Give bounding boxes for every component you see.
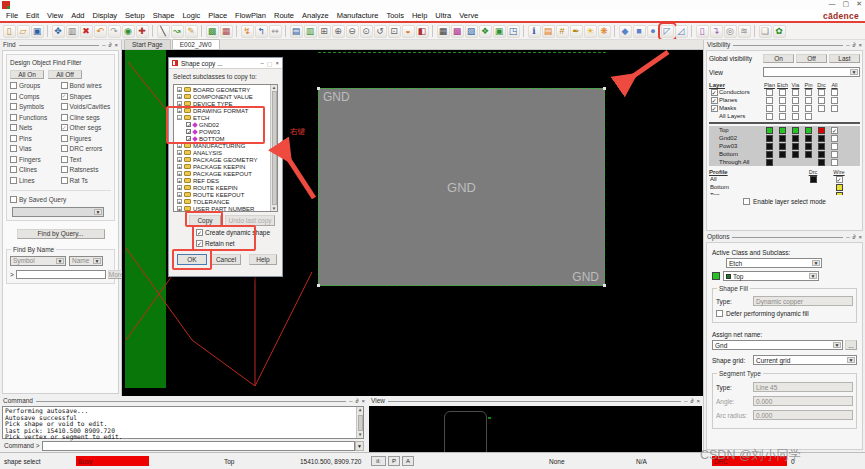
copy-icon[interactable]: ▥ [66, 25, 79, 38]
edit-vertex-icon[interactable]: ✎ [185, 25, 198, 38]
saved-query-dropdown[interactable]: ▼ [12, 207, 104, 217]
menu-item[interactable]: Place [204, 11, 231, 20]
world-view-icon[interactable]: ◳ [507, 25, 520, 38]
checkbox-icon[interactable] [10, 156, 17, 163]
visibility-last-button[interactable]: Last [829, 54, 860, 63]
active-subclass-dropdown[interactable]: Top▼ [723, 271, 819, 281]
panel-close-icon[interactable]: × [858, 42, 862, 48]
flowline-icon[interactable]: ↯ [241, 25, 254, 38]
find-name-input[interactable] [16, 270, 106, 279]
filter-checkbox-item[interactable]: Groups [10, 82, 61, 89]
separator[interactable] [201, 25, 202, 37]
menu-item[interactable]: Display [89, 11, 122, 20]
command-history-dropdown[interactable]: ▼ [355, 441, 364, 451]
checkbox-icon[interactable] [10, 114, 17, 121]
separator[interactable] [236, 25, 237, 37]
visibility-layer-row[interactable]: Top [709, 126, 860, 134]
profile-row[interactable]: Top [709, 191, 860, 195]
new-file-icon[interactable]: ▯ [3, 25, 16, 38]
checkbox-icon[interactable] [10, 103, 17, 110]
menu-item[interactable]: Shape [149, 11, 179, 20]
menu-item[interactable]: Setup [121, 11, 149, 20]
checkbox-icon[interactable] [61, 135, 68, 142]
gloss-param-icon[interactable]: ✿ [773, 25, 786, 38]
pick-button[interactable]: P [388, 456, 400, 466]
checkbox-icon[interactable] [61, 145, 68, 152]
shape-circle-icon[interactable]: ● [647, 25, 660, 38]
checkbox-icon[interactable] [10, 135, 17, 142]
dehighlight-icon[interactable]: ❋ [598, 25, 611, 38]
visibility-layer-row[interactable]: Pow03 [709, 142, 860, 150]
tab-board-file[interactable]: E002_JW0 [172, 39, 220, 49]
etch-edit-icon[interactable]: ↴ [710, 25, 723, 38]
show-element-icon[interactable]: ℹ [528, 25, 541, 38]
panel-minimize-icon[interactable]: – [102, 42, 105, 48]
shape-manual-icon[interactable]: ◿ [675, 25, 688, 38]
separator[interactable] [691, 25, 692, 37]
menu-item[interactable]: Add [67, 11, 88, 20]
move-icon[interactable]: ✥ [52, 25, 65, 38]
menu-item[interactable]: Manufacture [333, 11, 383, 20]
checkbox-icon[interactable] [10, 82, 17, 89]
net-browse-button[interactable]: ... [845, 340, 857, 350]
panel-minimize-icon[interactable]: – [846, 42, 849, 48]
checkbox-icon[interactable] [10, 124, 17, 131]
tab-start-page[interactable]: Start Page [124, 39, 171, 49]
filter-checkbox-item[interactable]: Nets [10, 124, 61, 131]
filter-checkbox-item[interactable]: Cline segs [61, 114, 112, 121]
spin-icon[interactable]: ◒ [402, 25, 415, 38]
shape-rectangle-icon[interactable]: ■ [633, 25, 646, 38]
shape-polygon-icon[interactable]: ◆ [619, 25, 632, 38]
tune-icon[interactable]: ↭ [269, 25, 282, 38]
menu-item[interactable]: File [2, 11, 22, 20]
panel-float-icon[interactable]: ∂ [853, 42, 856, 48]
separator[interactable] [523, 25, 524, 37]
find-mode-dropdown[interactable]: Name▼ [69, 256, 103, 266]
redo-icon[interactable]: ↷ [108, 25, 121, 38]
color-priority-icon[interactable]: ▩ [451, 25, 464, 38]
panel-float-icon[interactable]: ∂ [691, 398, 694, 404]
separator[interactable] [152, 25, 153, 37]
panel-float-icon[interactable]: ∂ [853, 234, 856, 240]
filter-checkbox-item[interactable]: DRC errors [61, 145, 112, 152]
pad-edit-icon[interactable]: ◎ [724, 25, 737, 38]
view-3d-icon[interactable]: ◧ [416, 25, 429, 38]
visibility-on-button[interactable]: On [763, 54, 794, 63]
zoom-out-icon[interactable]: ⊖ [346, 25, 359, 38]
separator[interactable] [614, 25, 615, 37]
row-checkbox-icon[interactable] [711, 97, 718, 104]
menu-item[interactable]: Logic [178, 11, 204, 20]
visibility-off-button[interactable]: Off [796, 54, 827, 63]
window-maximize-button[interactable]: ▢ [843, 0, 850, 8]
status-icon[interactable]: ▣ [493, 25, 506, 38]
checkbox-icon[interactable] [61, 166, 68, 173]
command-input[interactable] [42, 441, 355, 451]
constraint-icon[interactable]: ❖ [479, 25, 492, 38]
panel-close-icon[interactable]: × [361, 398, 365, 404]
shape-grid-dropdown[interactable]: Current grid▼ [753, 355, 857, 365]
zoom-world-icon[interactable]: ⊞ [318, 25, 331, 38]
layer-copy-icon[interactable]: ❏ [759, 25, 772, 38]
delete-icon[interactable]: ✖ [80, 25, 93, 38]
filter-checkbox-item[interactable]: Fingers [10, 156, 61, 163]
zoom-fit-icon[interactable]: ⊡ [388, 25, 401, 38]
window-minimize-button[interactable]: — [829, 0, 836, 8]
menu-item[interactable]: Analyze [298, 11, 333, 20]
checkbox-icon[interactable] [61, 82, 68, 89]
separator[interactable] [285, 25, 286, 37]
checkbox-icon[interactable] [61, 93, 68, 100]
filter-checkbox-item[interactable]: Text [61, 156, 112, 163]
checkbox-icon[interactable] [61, 114, 68, 121]
filter-checkbox-item[interactable]: Figures [61, 135, 112, 142]
zoom-selection-icon[interactable]: ⊙ [360, 25, 373, 38]
menu-item[interactable]: Ultra [431, 11, 455, 20]
menu-item[interactable]: Verve [455, 11, 482, 20]
command-log[interactable]: ▲▼ Performing autosave...Autosave succes… [2, 406, 364, 439]
checkbox-icon[interactable] [10, 93, 17, 100]
all-on-button[interactable]: All On [10, 70, 44, 79]
save-icon[interactable]: ▣ [31, 25, 44, 38]
panel-minimize-icon[interactable]: – [349, 398, 352, 404]
by-saved-query-checkbox[interactable] [10, 196, 17, 203]
checkbox-icon[interactable] [10, 145, 17, 152]
profile-row[interactable]: All [709, 175, 860, 183]
